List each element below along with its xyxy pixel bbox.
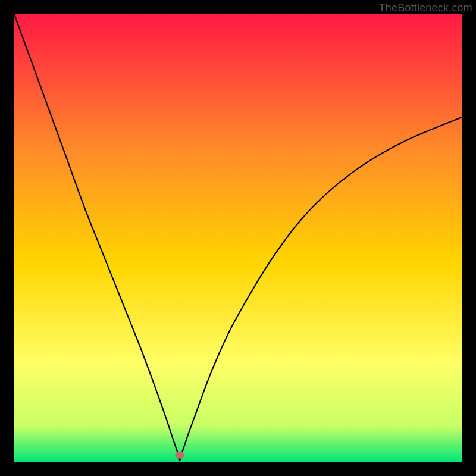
bottleneck-chart	[14, 14, 462, 462]
minimum-marker	[175, 452, 184, 459]
gradient-background	[14, 14, 462, 462]
watermark-label: TheBottleneck.com	[379, 2, 472, 14]
chart-frame	[14, 14, 462, 462]
